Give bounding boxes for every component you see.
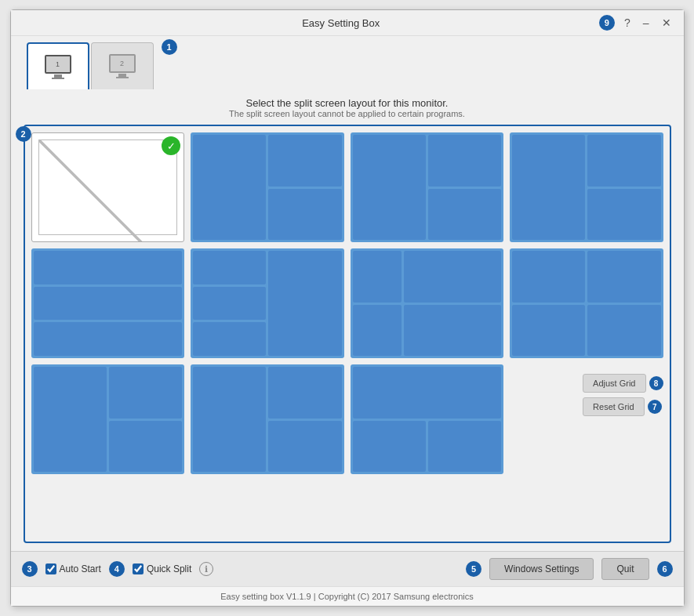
app-title: Easy Setting Box xyxy=(83,17,599,29)
badge-6: 6 xyxy=(657,561,673,577)
monitor-tab-1[interactable]: 1 xyxy=(27,42,89,89)
quick-split-checkbox[interactable] xyxy=(133,563,144,574)
pane xyxy=(587,251,660,303)
monitor-1-icon: 1 xyxy=(45,55,71,79)
pane xyxy=(34,287,183,321)
title-bar: Easy Setting Box 9 ? – ✕ xyxy=(11,10,684,36)
pane xyxy=(193,135,266,240)
app-window: Easy Setting Box 9 ? – ✕ 1 2 xyxy=(10,9,685,607)
instruction-line2: The split screen layout cannot be applie… xyxy=(24,109,671,118)
pane xyxy=(587,305,660,357)
layout-2x2[interactable] xyxy=(510,248,663,358)
pane xyxy=(268,367,341,419)
pane xyxy=(34,367,107,472)
pane xyxy=(587,189,660,241)
minimize-button[interactable]: – xyxy=(640,15,652,31)
pane xyxy=(587,135,660,187)
pane xyxy=(353,367,502,419)
badge-2: 2 xyxy=(16,126,31,142)
layout-3col-bottom[interactable] xyxy=(31,364,185,474)
pane xyxy=(193,287,266,321)
auto-start-group: Auto Start xyxy=(45,563,101,574)
monitor-2-screen: 2 xyxy=(109,54,136,73)
layout-3rows[interactable] xyxy=(31,248,185,358)
pane xyxy=(193,367,266,472)
badge-9: 9 xyxy=(599,15,615,31)
quick-split-label: Quick Split xyxy=(147,563,191,574)
badge-3: 3 xyxy=(22,561,38,577)
pane xyxy=(268,135,341,187)
pane xyxy=(353,421,426,473)
pane xyxy=(512,135,585,240)
pane xyxy=(34,322,183,356)
layout-mixed[interactable] xyxy=(351,364,504,474)
monitor-1-screen: 1 xyxy=(45,55,71,74)
footer-text: Easy setting box V1.1.9 | Copyright (C) … xyxy=(220,592,474,601)
pane xyxy=(512,305,585,357)
layout-single[interactable]: ✓ xyxy=(31,132,185,242)
pane xyxy=(268,189,341,241)
pane xyxy=(428,135,501,187)
bottom-bar: 3 Auto Start 4 Quick Split ℹ 5 Windows S… xyxy=(11,551,684,586)
instructions: Select the split screen layout for this … xyxy=(24,97,671,118)
pane xyxy=(193,322,266,356)
pane xyxy=(109,421,182,473)
pane xyxy=(404,251,501,303)
title-controls: 9 ? – ✕ xyxy=(599,15,674,31)
quick-split-group: Quick Split xyxy=(133,563,191,574)
diagonal-line xyxy=(38,140,178,242)
pane xyxy=(428,189,501,241)
content-area: Select the split screen layout for this … xyxy=(11,89,684,551)
pane xyxy=(353,305,402,357)
badge-5: 5 xyxy=(466,561,481,577)
help-button[interactable]: ? xyxy=(621,15,634,31)
pane xyxy=(268,421,341,473)
pane xyxy=(34,251,183,284)
svg-line-0 xyxy=(38,140,178,242)
pane xyxy=(428,421,501,473)
info-icon[interactable]: ℹ xyxy=(199,562,213,576)
windows-settings-button[interactable]: Windows Settings xyxy=(489,558,594,580)
badge-4: 4 xyxy=(109,561,125,577)
layout-2col[interactable] xyxy=(191,132,344,242)
quit-button[interactable]: Quit xyxy=(601,558,649,580)
badge-1: 1 xyxy=(162,39,177,55)
grid-buttons: Adjust Grid 8 Reset Grid 7 xyxy=(583,374,663,416)
pane xyxy=(353,251,402,303)
monitor-tabs-row: 1 2 1 xyxy=(11,36,684,89)
monitor-base xyxy=(52,78,64,79)
reset-grid-button[interactable]: Reset Grid xyxy=(583,397,645,416)
pane xyxy=(109,367,182,419)
pane xyxy=(404,305,501,357)
layout-2col-rows[interactable] xyxy=(191,248,344,358)
layout-big-center[interactable] xyxy=(351,248,504,358)
pane xyxy=(193,251,266,284)
close-button[interactable]: ✕ xyxy=(659,15,674,31)
auto-start-label: Auto Start xyxy=(60,563,101,574)
layout-big-bottom-left[interactable] xyxy=(191,364,344,474)
monitor-2-icon: 2 xyxy=(109,54,136,78)
pane xyxy=(268,251,341,356)
monitor-tab-2[interactable]: 2 xyxy=(91,42,154,89)
layout-big-left[interactable] xyxy=(351,132,504,242)
pane xyxy=(512,251,585,303)
layout-3col[interactable] xyxy=(510,132,663,242)
monitor-2-base xyxy=(116,77,129,78)
badge-7: 7 xyxy=(648,400,662,414)
auto-start-checkbox[interactable] xyxy=(45,563,56,574)
instruction-line1: Select the split screen layout for this … xyxy=(24,97,671,109)
pane xyxy=(353,135,426,240)
layout-grid: 2 ✓ xyxy=(24,125,671,543)
selected-check: ✓ xyxy=(162,136,180,155)
badge-8: 8 xyxy=(649,376,663,390)
adjust-grid-button[interactable]: Adjust Grid xyxy=(583,374,645,393)
footer-bar: Easy setting box V1.1.9 | Copyright (C) … xyxy=(11,586,684,606)
